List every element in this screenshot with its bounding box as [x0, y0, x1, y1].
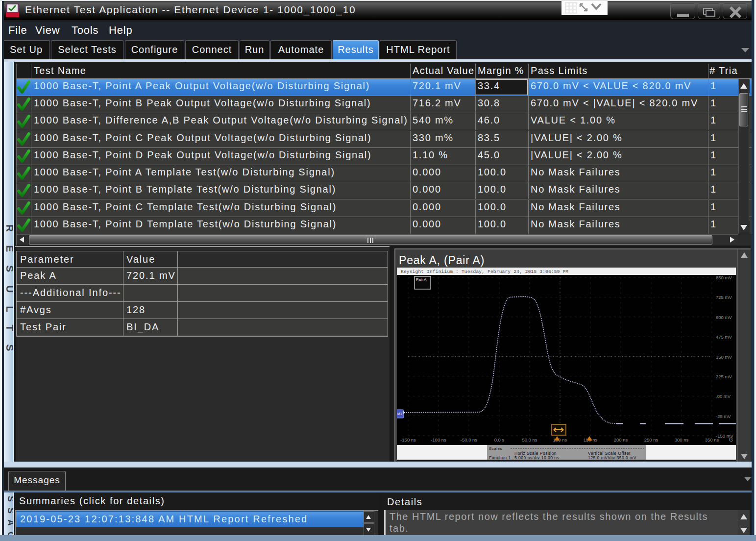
svg-text:.00 mV: .00 mV	[716, 393, 731, 399]
svg-text:600 mV: 600 mV	[716, 315, 732, 320]
svg-text:125.0 mV/div 350.0 mV: 125.0 mV/div 350.0 mV	[588, 455, 636, 460]
svg-text:5.000 ns/div 10.00 ns: 5.000 ns/div 10.00 ns	[514, 455, 559, 460]
svg-text:M1: M1	[397, 412, 402, 416]
svg-text:-50.0 ns: -50.0 ns	[461, 437, 478, 443]
svg-text:Pair A: Pair A	[416, 277, 427, 282]
svg-text:Scales: Scales	[489, 446, 502, 451]
svg-text:725 mV: 725 mV	[716, 295, 732, 300]
svg-text:Function 1: Function 1	[489, 455, 511, 460]
svg-text:0.0 s: 0.0 s	[494, 437, 505, 443]
svg-text:475 mV: 475 mV	[716, 334, 732, 340]
svg-text:250 ns: 250 ns	[644, 437, 658, 443]
svg-text:-25 mV: -25 mV	[716, 414, 731, 419]
svg-text:-100 ns: -100 ns	[431, 437, 446, 443]
svg-text:350 mV: 350 mV	[716, 354, 732, 360]
svg-text:850 mV: 850 mV	[716, 275, 732, 280]
svg-text:50.0 ns: 50.0 ns	[522, 437, 537, 443]
svg-text:350 ns: 350 ns	[705, 437, 719, 443]
svg-text:225 mV: 225 mV	[716, 374, 732, 379]
svg-text:-150 ns: -150 ns	[400, 437, 416, 443]
svg-text:G: G	[729, 437, 733, 443]
svg-text:300 ns: 300 ns	[675, 437, 689, 443]
svg-text:Keysight Infiniium : Tuesday,: Keysight Infiniium : Tuesday, February 2…	[401, 269, 568, 274]
svg-text:200 ns: 200 ns	[614, 437, 628, 443]
